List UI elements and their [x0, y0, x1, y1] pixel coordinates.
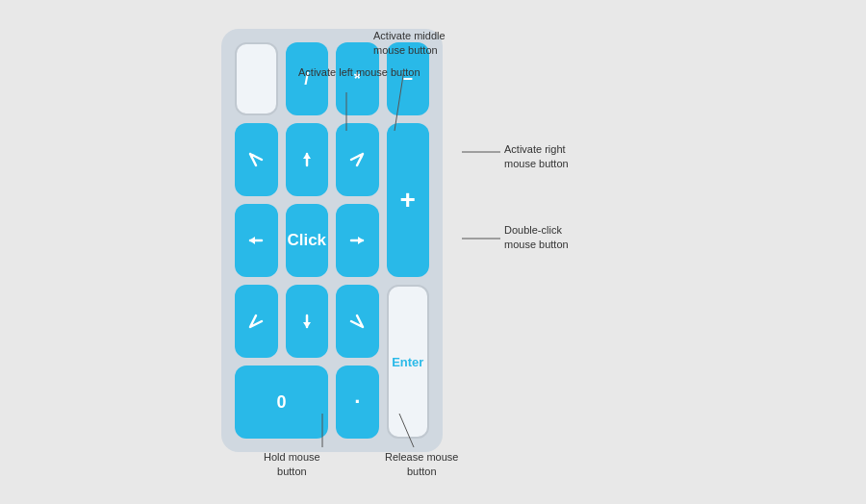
- key-enter[interactable]: Enter: [387, 285, 430, 439]
- callout-activate-middle: Activate middlemouse button: [373, 29, 446, 59]
- key-blank[interactable]: [235, 42, 278, 115]
- key-0[interactable]: 0: [235, 365, 328, 439]
- key-7[interactable]: [235, 123, 278, 196]
- callout-double-click: Double-clickmouse button: [504, 223, 569, 253]
- arrow-w-icon: [246, 231, 266, 250]
- key-9[interactable]: [336, 123, 379, 196]
- arrow-ne-icon: [347, 150, 367, 169]
- svg-marker-5: [249, 237, 255, 244]
- svg-marker-7: [358, 237, 364, 244]
- key-8[interactable]: [286, 123, 329, 196]
- callout-activate-right: Activate rightmouse button: [504, 142, 569, 172]
- svg-marker-2: [303, 153, 311, 159]
- callout-hold-mouse: Hold mousebutton: [264, 450, 320, 480]
- callout-activate-left: Activate left mouse button: [298, 65, 420, 80]
- arrow-nw-icon: [246, 150, 266, 169]
- click-label: Click: [287, 231, 326, 250]
- svg-marker-10: [303, 322, 311, 328]
- arrow-sw-icon: [246, 312, 266, 331]
- key-click[interactable]: Click: [286, 204, 329, 277]
- callout-release-mouse: Release mousebutton: [385, 450, 458, 480]
- key-1[interactable]: [235, 285, 278, 358]
- key-plus[interactable]: +: [387, 123, 430, 277]
- arrow-s-icon: [297, 312, 317, 331]
- arrow-e-icon: [347, 231, 367, 250]
- numpad: / * − + Click: [221, 29, 443, 452]
- key-dot[interactable]: ·: [336, 365, 379, 439]
- enter-label: Enter: [392, 355, 423, 369]
- key-4[interactable]: [235, 204, 278, 277]
- arrow-n-icon: [297, 150, 317, 169]
- key-2[interactable]: [286, 285, 329, 358]
- arrow-se-icon: [347, 312, 367, 331]
- key-3[interactable]: [336, 285, 379, 358]
- key-6[interactable]: [336, 204, 379, 277]
